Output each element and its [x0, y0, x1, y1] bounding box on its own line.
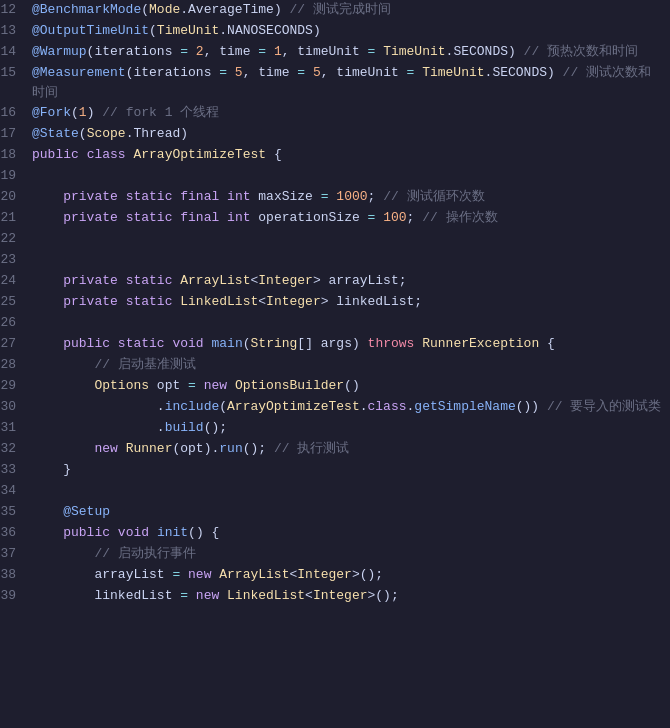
line-number: 33: [0, 460, 32, 480]
var-token: args: [321, 336, 352, 351]
code-line: 12@BenchmarkMode(Mode.AverageTime) // 测试…: [0, 0, 670, 21]
number-token: 5: [313, 65, 321, 80]
punct-token: {: [266, 147, 282, 162]
code-line: 34: [0, 481, 670, 502]
eq-token: =: [313, 189, 336, 204]
punct-token: [118, 189, 126, 204]
class-name-token: Options: [94, 378, 149, 393]
line-content: }: [32, 460, 662, 480]
punct-token: [219, 210, 227, 225]
indent-token: [32, 357, 94, 372]
punct-token: ): [547, 65, 555, 80]
code-line: 28 // 启动基准测试: [0, 355, 670, 376]
kw-token: int: [227, 189, 250, 204]
kw-token: final: [180, 189, 219, 204]
line-number: 16: [0, 103, 32, 123]
number-token: 5: [235, 65, 243, 80]
comment-token: // 执行测试: [266, 441, 349, 456]
punct-token: []: [297, 336, 320, 351]
line-number: 38: [0, 565, 32, 585]
comment-token: // 预热次数和时间: [516, 44, 638, 59]
class-name-token: Scope: [87, 126, 126, 141]
indent-token: [32, 441, 94, 456]
line-number: 23: [0, 250, 32, 270]
indent-token: [32, 420, 157, 435]
indent-token: [32, 567, 94, 582]
kw-token: class: [368, 399, 407, 414]
punct-token: >();: [368, 588, 399, 603]
comment-token: // 测试完成时间: [282, 2, 391, 17]
comment-token: // 操作次数: [414, 210, 497, 225]
kw-token: static: [118, 336, 165, 351]
kw-token: new: [204, 378, 227, 393]
eq-token: =: [172, 44, 195, 59]
class-name-token: LinkedList: [227, 588, 305, 603]
line-content: private static ArrayList<Integer> arrayL…: [32, 271, 662, 291]
punct-token: [110, 336, 118, 351]
punct-token: }: [63, 462, 71, 477]
punct-token: [110, 525, 118, 540]
line-number: 12: [0, 0, 32, 20]
kw-token: final: [180, 210, 219, 225]
punct-token: (): [344, 378, 360, 393]
line-content: @Measurement(iterations = 5, time = 5, t…: [32, 63, 662, 103]
code-line: 27 public static void main(String[] args…: [0, 334, 670, 355]
punct-token: () {: [188, 525, 219, 540]
line-number: 20: [0, 187, 32, 207]
line-number: 13: [0, 21, 32, 41]
code-line: 19: [0, 166, 670, 187]
punct-token: <: [258, 294, 266, 309]
var-token: linkedList: [336, 294, 414, 309]
line-content: public class ArrayOptimizeTest {: [32, 145, 662, 165]
punct-token: [79, 147, 87, 162]
eq-token: =: [360, 44, 383, 59]
punct-token: ,: [321, 65, 337, 80]
punct-token: ();: [204, 420, 227, 435]
punct-token: <: [305, 588, 313, 603]
kw-token: new: [94, 441, 117, 456]
kw-token: private: [63, 273, 118, 288]
kw-token: new: [196, 588, 219, 603]
var-token: operationSize: [258, 210, 359, 225]
code-line: 38 arrayList = new ArrayList<Integer>();: [0, 565, 670, 586]
line-content: .include(ArrayOptimizeTest.class.getSimp…: [32, 397, 662, 417]
line-number: 21: [0, 208, 32, 228]
class-name-token: Integer: [266, 294, 321, 309]
class-name-token: Mode: [149, 2, 180, 17]
class-name-token: RunnerException: [422, 336, 539, 351]
class-name-token: Runner: [126, 441, 173, 456]
punct-token: [118, 441, 126, 456]
annotation-token: @BenchmarkMode: [32, 2, 141, 17]
class-name-token: OptionsBuilder: [235, 378, 344, 393]
method-token: run: [219, 441, 242, 456]
code-line: 39 linkedList = new LinkedList<Integer>(…: [0, 586, 670, 607]
var-token: NANOSECONDS: [227, 23, 313, 38]
var-token: AverageTime: [188, 2, 274, 17]
code-line: 36 public void init() {: [0, 523, 670, 544]
punct-token: ,: [243, 65, 259, 80]
line-number: 36: [0, 523, 32, 543]
punct-token: (: [79, 126, 87, 141]
class-name-token: LinkedList: [180, 294, 258, 309]
punct-token: >: [313, 273, 329, 288]
code-line: 32 new Runner(opt).run(); // 执行测试: [0, 439, 670, 460]
punct-token: [118, 210, 126, 225]
var-token: timeUnit: [297, 44, 359, 59]
code-line: 16@Fork(1) // fork 1 个线程: [0, 103, 670, 124]
class-name-token: TimeUnit: [157, 23, 219, 38]
comment-token: // 启动基准测试: [94, 357, 195, 372]
punct-token: .: [180, 2, 188, 17]
punct-token: ();: [243, 441, 266, 456]
line-content: [32, 481, 662, 501]
code-line: 30 .include(ArrayOptimizeTest.class.getS…: [0, 397, 670, 418]
method-token: include: [165, 399, 220, 414]
eq-token: =: [250, 44, 273, 59]
var-token: iterations: [133, 65, 211, 80]
line-number: 18: [0, 145, 32, 165]
number-token: 1: [274, 44, 282, 59]
eq-token: =: [290, 65, 313, 80]
number-token: 1000: [336, 189, 367, 204]
line-number: 35: [0, 502, 32, 522]
comment-token: // fork 1 个线程: [94, 105, 219, 120]
class-name-token: ArrayList: [219, 567, 289, 582]
